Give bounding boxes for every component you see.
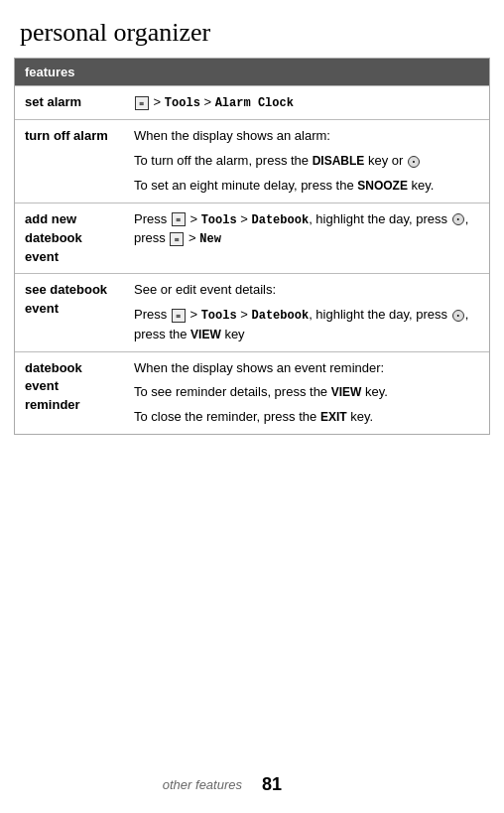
menu-icon: ≡ xyxy=(172,212,186,226)
feature-label-datebook-reminder: datebook event reminder xyxy=(15,351,124,434)
table-row: set alarm ≡ > Tools > Alarm Clock xyxy=(15,86,489,120)
nav-dot-icon xyxy=(452,213,464,225)
menu-icon: ≡ xyxy=(170,232,184,246)
menu-icon: ≡ xyxy=(172,309,186,323)
feature-desc-datebook-reminder: When the display shows an event reminder… xyxy=(124,351,489,434)
footer-page-number: 81 xyxy=(252,774,504,795)
feature-desc-turn-off-alarm: When the display shows an alarm: To turn… xyxy=(124,120,489,203)
features-table: features set alarm ≡ > Tools > Alarm Clo… xyxy=(14,58,490,435)
page-title: personal organizer xyxy=(0,0,504,58)
feature-label-turn-off-alarm: turn off alarm xyxy=(15,120,124,203)
table-row: turn off alarm When the display shows an… xyxy=(15,120,489,203)
table-row: datebook event reminder When the display… xyxy=(15,351,489,434)
nav-dot-icon xyxy=(452,310,464,322)
feature-label-set-alarm: set alarm xyxy=(15,86,124,120)
feature-label-see-datebook: see datebook event xyxy=(15,274,124,351)
feature-desc-see-datebook: See or edit event details: Press ≡ > Too… xyxy=(124,274,489,351)
page-footer: other features 81 xyxy=(0,774,504,795)
feature-desc-set-alarm: ≡ > Tools > Alarm Clock xyxy=(124,86,489,120)
table-row: add new datebook event Press ≡ > Tools >… xyxy=(15,203,489,274)
footer-label: other features xyxy=(0,777,252,792)
feature-desc-add-datebook: Press ≡ > Tools > Datebook, highlight th… xyxy=(124,203,489,274)
table-row: see datebook event See or edit event det… xyxy=(15,274,489,351)
table-header: features xyxy=(15,59,489,86)
menu-icon: ≡ xyxy=(135,96,149,110)
nav-dot-icon xyxy=(408,156,420,168)
feature-label-add-datebook: add new datebook event xyxy=(15,203,124,274)
